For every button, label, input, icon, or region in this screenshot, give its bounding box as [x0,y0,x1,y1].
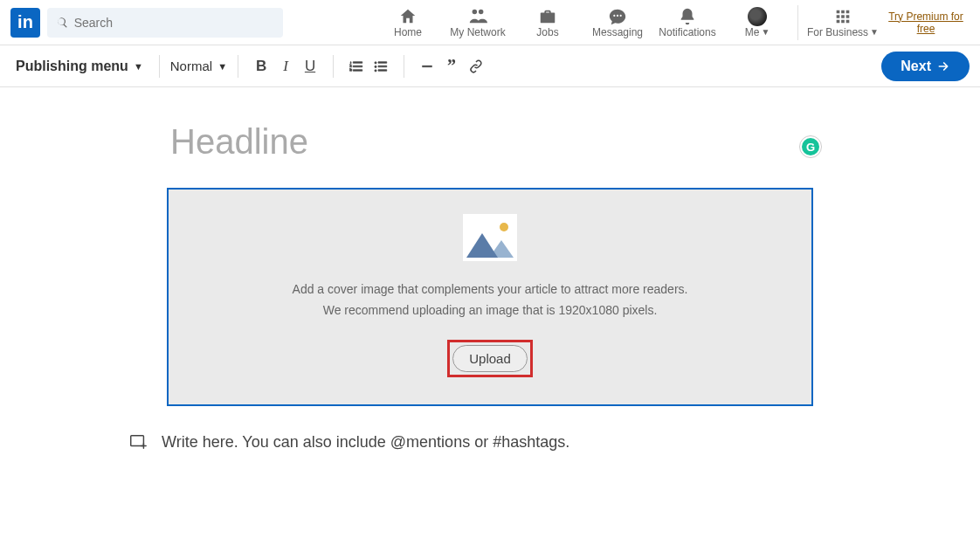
toolbar-divider [159,55,160,78]
media-add-icon [128,432,148,452]
blockquote-button[interactable]: ” [439,54,464,79]
nav-label: Home [394,26,422,38]
search-input[interactable] [74,16,274,30]
top-nav: in Home My Network Jobs Messaging Notifi… [0,0,980,45]
body-editor-row: Write here. You can also include @mentio… [128,432,813,452]
nav-label: My Network [450,26,505,38]
divider-button[interactable] [415,54,439,79]
search-box[interactable] [47,8,283,38]
headline-input[interactable]: Headline [167,122,813,162]
body-placeholder[interactable]: Write here. You can also include @mentio… [162,433,569,452]
nav-label: For Business [807,26,868,38]
cover-instruction-1: Add a cover image that complements your … [293,282,688,296]
caret-down-icon: ▼ [134,61,143,72]
avatar [748,7,767,26]
upload-highlight: Upload [447,340,533,377]
underline-button[interactable]: U [298,54,322,79]
publishing-menu-dropdown[interactable]: Publishing menu ▼ [10,55,148,78]
cover-instruction-2: We recommend uploading an image that is … [323,303,658,317]
nav-jobs[interactable]: Jobs [513,0,583,45]
next-button[interactable]: Next [881,52,970,81]
toolbar-divider [333,55,334,78]
search-icon [56,16,69,30]
premium-link[interactable]: Try Premium for free [882,10,970,35]
svg-rect-1 [131,436,144,446]
nav-home[interactable]: Home [373,0,443,45]
nav-label: Me [745,26,760,38]
nav-network[interactable]: My Network [443,0,513,45]
grammarly-badge[interactable]: G [799,135,822,158]
nav-label: Jobs [536,26,558,38]
caret-down-icon: ▼ [870,27,879,37]
nav-messaging[interactable]: Messaging [583,0,652,45]
minus-icon [419,59,435,74]
upload-button[interactable]: Upload [452,345,528,372]
text-style-select[interactable]: Normal ▼ [170,59,227,73]
cover-image-uploader[interactable]: Add a cover image that complements your … [167,188,813,406]
nav-label: Notifications [659,26,715,38]
toolbar-divider [238,55,238,78]
logo-text: in [17,12,33,32]
caret-down-icon: ▼ [217,61,227,72]
linkedin-logo[interactable]: in [10,8,40,38]
svg-rect-0 [423,66,432,67]
unordered-list-icon [373,59,389,74]
insert-media-button[interactable] [128,432,148,452]
jobs-icon [538,7,557,26]
next-label: Next [901,59,931,74]
article-editor: G Headline Add a cover image that comple… [167,122,813,452]
link-icon [468,59,484,74]
editor-toolbar: Publishing menu ▼ Normal ▼ B I U ” Next [0,45,980,87]
caret-down-icon: ▼ [761,27,770,37]
link-button[interactable] [464,54,488,79]
messaging-icon [608,7,627,26]
home-icon [398,7,418,26]
italic-button[interactable]: I [273,54,298,79]
bell-icon [678,7,697,26]
image-placeholder-icon [463,214,517,261]
network-icon [468,7,487,26]
ordered-list-icon [349,59,364,74]
toolbar-divider [404,55,404,78]
grammarly-icon: G [802,138,819,155]
arrow-right-icon [936,59,950,73]
ordered-list-button[interactable] [344,54,369,79]
nav-label: Messaging [592,26,643,38]
bold-button[interactable]: B [249,54,273,79]
nav-business[interactable]: For Business ▼ [804,0,882,45]
publishing-menu-label: Publishing menu [16,59,128,74]
nav-notifications[interactable]: Notifications [652,0,722,45]
style-label: Normal [170,59,212,73]
unordered-list-button[interactable] [369,54,393,79]
nav-me[interactable]: Me ▼ [722,0,792,45]
apps-grid-icon [833,7,852,26]
nav-divider [797,5,798,40]
